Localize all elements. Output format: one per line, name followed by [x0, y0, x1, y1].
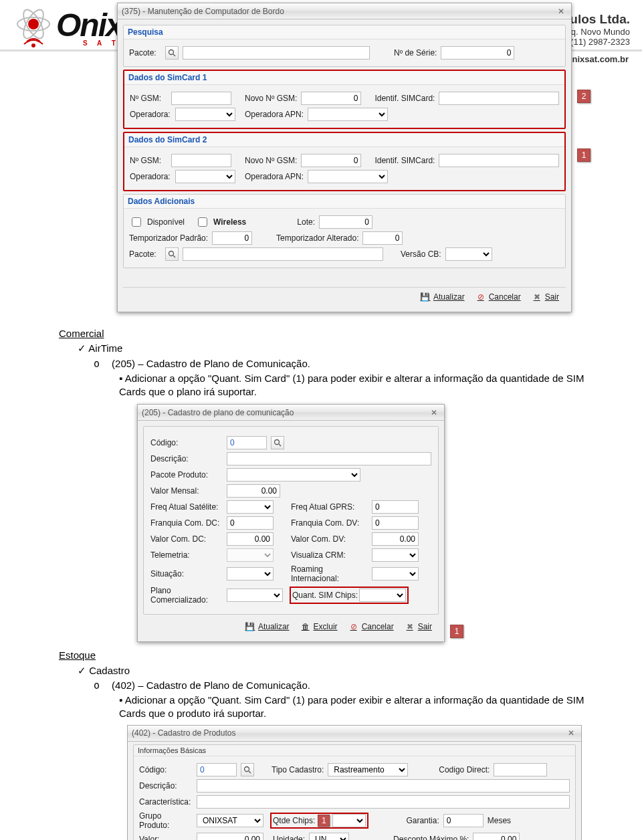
label-meses: Meses	[488, 816, 511, 825]
cancel-icon: ⊘	[348, 621, 359, 632]
panel-simcard2: Dados do SimCard 2 Nº GSM: Novo Nº GSM: …	[123, 132, 566, 191]
input-pacote[interactable]	[183, 46, 370, 60]
search-icon[interactable]	[271, 436, 284, 449]
input-franq-dc[interactable]	[227, 516, 274, 530]
close-icon[interactable]: ✕	[565, 728, 577, 738]
badge-1: 1	[577, 148, 591, 162]
input-nserie[interactable]	[441, 46, 514, 60]
panel-simcard1-header: Dados do SimCard 1	[124, 71, 564, 85]
select-opapn2[interactable]	[308, 170, 388, 183]
atualizar-button[interactable]: 💾Atualizar	[245, 621, 290, 632]
excluir-button[interactable]: 🗑Excluir	[300, 621, 338, 632]
close-icon[interactable]: ✕	[555, 6, 567, 17]
select-operadora2[interactable]	[175, 170, 235, 183]
cancelar-button[interactable]: ⊘Cancelar	[348, 621, 394, 632]
select-versaocb[interactable]	[445, 247, 492, 261]
section-estoque: Estoque Cadastro (402) – Cadastro de Pla…	[0, 642, 642, 720]
select-tipo-cad[interactable]: Rastreamento	[328, 763, 408, 776]
label-descmax: Desconto Máximo %:	[393, 835, 469, 841]
label-nserie: Nº de Série:	[394, 48, 437, 58]
item-cadastro: Cadastro	[78, 664, 590, 677]
svg-line-6	[173, 54, 175, 56]
label-ident1: Identif. SIMCard:	[374, 94, 435, 103]
delete-icon: 🗑	[300, 621, 311, 632]
input-lote[interactable]	[319, 215, 372, 229]
label-temp-padrao: Temporizador Padrão:	[129, 233, 208, 243]
input-temp-alt[interactable]	[362, 231, 403, 245]
label-pacote2: Pacote:	[129, 249, 161, 259]
search-icon[interactable]	[165, 46, 179, 60]
dialog-375-titlebar: (375) - Manutenção de Computador de Bord…	[118, 3, 571, 19]
panel-205: Código: Descrição: Pacote Produto: Valor…	[143, 426, 439, 615]
input-valor[interactable]	[197, 833, 263, 841]
input-codigo[interactable]	[197, 763, 237, 776]
input-freq-gprs[interactable]	[372, 500, 419, 514]
svg-point-9	[275, 440, 280, 445]
select-viscrm[interactable]	[372, 548, 419, 562]
svg-line-12	[249, 771, 251, 773]
input-valor-mensal[interactable]	[227, 484, 280, 498]
svg-point-3	[28, 19, 39, 29]
checkbox-wireless[interactable]	[198, 217, 207, 227]
cancelar-button[interactable]: ⊘Cancelar	[475, 292, 521, 302]
input-novongsm1[interactable]	[301, 92, 361, 105]
select-freq-sat[interactable]	[227, 500, 274, 514]
label-operadora2: Operadora:	[130, 172, 171, 181]
input-ident1[interactable]	[439, 92, 559, 105]
svg-line-8	[173, 255, 175, 257]
input-val-dv[interactable]	[372, 532, 419, 546]
label-novongsm1: Novo Nº GSM:	[245, 94, 297, 103]
svg-point-11	[245, 766, 249, 771]
save-icon: 💾	[420, 292, 431, 302]
label-tipo-cad: Tipo Cadastro:	[272, 765, 324, 774]
input-ngsm2[interactable]	[171, 154, 231, 167]
label-opapn1: Operadora APN:	[245, 110, 304, 119]
input-val-dc[interactable]	[227, 532, 274, 546]
cancel-icon: ⊘	[475, 292, 486, 302]
select-telem[interactable]	[227, 548, 274, 562]
label-freq-sat: Freq Atual Satélite:	[150, 502, 223, 512]
label-versaocb: Versão CB:	[401, 249, 441, 259]
input-descmax[interactable]	[473, 833, 520, 841]
select-operadora1[interactable]	[175, 108, 235, 121]
input-cod-direct[interactable]	[494, 763, 547, 776]
input-franq-dv[interactable]	[372, 516, 419, 530]
input-pacote2[interactable]	[183, 247, 383, 261]
sair-button[interactable]: ✖Sair	[405, 621, 432, 632]
input-descricao[interactable]	[197, 779, 570, 793]
input-descricao[interactable]	[227, 452, 431, 465]
select-grupo[interactable]: ONIXSAT	[197, 814, 263, 827]
select-pacote-prod[interactable]	[227, 468, 360, 482]
exit-icon: ✖	[405, 621, 415, 632]
label-cod-direct: Codigo Direct:	[439, 765, 490, 774]
input-codigo[interactable]	[227, 436, 267, 449]
label-descricao: Descrição:	[139, 781, 193, 791]
select-quant[interactable]	[359, 589, 406, 602]
label-opapn2: Operadora APN:	[245, 172, 304, 181]
select-sit[interactable]	[227, 567, 274, 581]
search-icon[interactable]	[241, 763, 254, 776]
select-unidade[interactable]: UN	[309, 833, 349, 841]
label-valor: Valor:	[139, 835, 193, 841]
select-opapn1[interactable]	[308, 108, 388, 121]
select-qtde[interactable]	[332, 814, 366, 827]
input-novongsm2[interactable]	[301, 154, 361, 167]
label-wireless: Wireless	[213, 217, 246, 227]
sair-button[interactable]: ✖Sair	[532, 292, 559, 302]
label-val-dc: Valor Com. DC:	[150, 534, 223, 544]
input-garantia[interactable]	[443, 814, 484, 827]
panel-pesquisa: Pesquisa Pacote: Nº de Série:	[123, 25, 566, 67]
save-icon: 💾	[245, 621, 255, 632]
input-ngsm1[interactable]	[171, 92, 231, 105]
checkbox-disponivel[interactable]	[132, 217, 141, 227]
input-temp-padrao[interactable]	[212, 231, 252, 245]
select-plano[interactable]	[227, 589, 283, 602]
search-icon[interactable]	[165, 247, 179, 261]
input-caract[interactable]	[197, 795, 570, 809]
close-icon[interactable]: ✕	[428, 407, 440, 418]
input-ident2[interactable]	[439, 154, 559, 167]
atualizar-button[interactable]: 💾Atualizar	[420, 292, 465, 302]
select-roam[interactable]	[372, 567, 419, 581]
label-franq-dv: Franquia Com. DV:	[291, 518, 368, 528]
exit-icon: ✖	[532, 292, 542, 302]
